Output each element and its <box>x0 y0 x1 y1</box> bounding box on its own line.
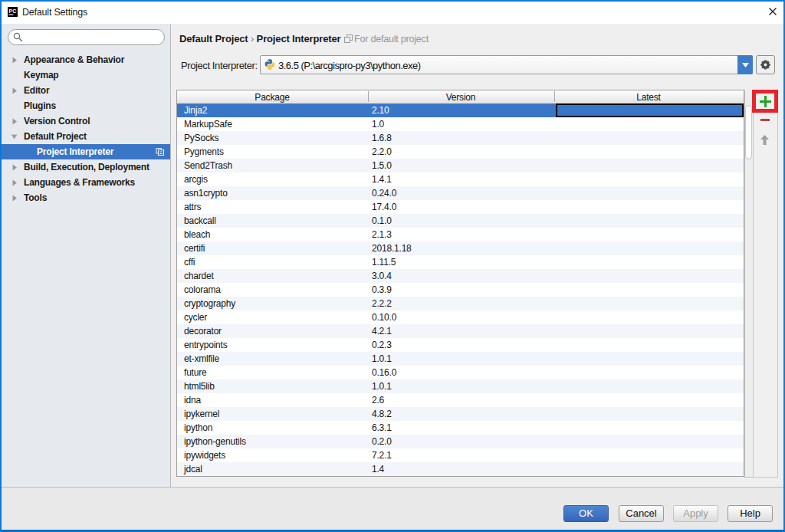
svg-text:PC: PC <box>9 8 17 14</box>
